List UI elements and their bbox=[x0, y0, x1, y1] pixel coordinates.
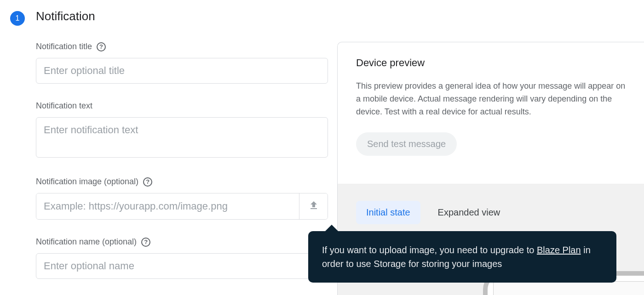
field-name-label: Notification name (optional) bbox=[36, 237, 137, 247]
field-text: Notification text bbox=[36, 101, 328, 159]
blaze-plan-link[interactable]: Blaze Plan bbox=[537, 245, 581, 255]
field-image-label: Notification image (optional) bbox=[36, 177, 138, 187]
step-title: Notification bbox=[36, 9, 644, 23]
help-icon[interactable]: ? bbox=[97, 42, 106, 51]
field-name: Notification name (optional) ? bbox=[36, 237, 328, 279]
upload-icon bbox=[308, 200, 319, 213]
field-image: Notification image (optional) ? bbox=[36, 177, 328, 220]
title-input[interactable] bbox=[36, 58, 328, 84]
help-icon[interactable]: ? bbox=[141, 238, 150, 247]
tooltip-arrow-icon bbox=[325, 225, 338, 231]
help-icon[interactable]: ? bbox=[143, 177, 152, 187]
field-title: Notification title ? bbox=[36, 42, 328, 84]
field-title-label: Notification title bbox=[36, 42, 92, 51]
preview-description: This preview provides a general idea of … bbox=[356, 80, 626, 119]
notification-form: Notification title ? Notification text N… bbox=[36, 42, 337, 279]
step-number-badge: 1 bbox=[10, 11, 25, 26]
preview-heading: Device preview bbox=[356, 57, 626, 69]
upload-tooltip: If you want to upload image, you need to… bbox=[308, 231, 616, 283]
upload-image-button[interactable] bbox=[299, 193, 328, 219]
image-url-input[interactable] bbox=[36, 193, 299, 219]
field-text-label: Notification text bbox=[36, 101, 92, 111]
tab-initial-state[interactable]: Initial state bbox=[356, 201, 420, 224]
name-input[interactable] bbox=[36, 253, 328, 279]
send-test-button[interactable]: Send test message bbox=[356, 132, 457, 156]
tooltip-text-prefix: If you want to upload image, you need to… bbox=[322, 245, 537, 255]
tab-expanded-view[interactable]: Expanded view bbox=[428, 201, 511, 224]
text-input[interactable] bbox=[36, 117, 328, 158]
